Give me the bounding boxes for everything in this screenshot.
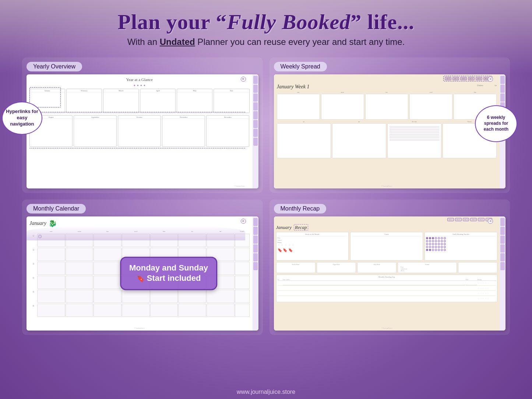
weekly-page: wk 2 wk 3 wk 4 wk 5 wk 6 Recap January W…: [274, 74, 506, 188]
wk-tab-3[interactable]: wk 3: [452, 77, 459, 80]
tracker-dot: [435, 249, 437, 251]
monthly-side-tab-2: [253, 227, 258, 235]
cal-goals-2: [235, 248, 250, 261]
day-label-sun: sun: [277, 91, 320, 94]
day-label-wed: wed: [409, 91, 452, 94]
weekly-side-tab-1: [500, 76, 505, 84]
recap-page: wk 1 wk 2 wk 3 wk 4 wk 5 wk 6 January Re…: [274, 216, 506, 331]
stat-label-pages: Pages Read: [318, 264, 355, 265]
tracker-dot: [441, 249, 443, 251]
cal-wk-3: ③: [29, 262, 37, 275]
cal-cell-5-6: [178, 290, 206, 303]
monthly-side-tab-3: [253, 236, 258, 244]
tracker-dot: [435, 243, 437, 245]
month-apr: April: [140, 89, 176, 113]
weekly-side-tab-2: [500, 85, 505, 93]
monthly-globe-icon: ⊕: [241, 219, 246, 224]
tracker-dot: [429, 246, 431, 248]
panel-yearly: Yearly Overview Year at a Glance ✦ ✦ ✦ ✦…: [22, 57, 263, 193]
stat-label-books: Books Read: [278, 264, 314, 265]
cal-cell-6-5: [150, 304, 178, 317]
weekly-content: wk 2 wk 3 wk 4 wk 5 wk 6 Recap January W…: [274, 74, 500, 188]
book-of-month-title: Book of the Month: [278, 233, 348, 236]
recap-bookmarks: 🔖 🔖 🔖: [278, 248, 348, 252]
log-cell-rating-4: ☆ ☆ ☆ ☆ ☆: [478, 297, 496, 301]
cal-cell-3-1: [37, 262, 65, 275]
tracker-dot: [429, 237, 431, 239]
log-cell-date-3: [466, 292, 477, 296]
weekly-dates-row: Dates: to: [477, 84, 497, 87]
yearly-tabs: [253, 74, 258, 188]
monthly-page: January 🐉 sun mon tue wed thu fri sat Go…: [27, 216, 258, 331]
wk-tab-2[interactable]: wk 2: [445, 77, 451, 80]
log-cell-no-1: /: [278, 282, 282, 285]
stat-label-days: Days Read: [359, 264, 395, 265]
weekly-header: January Week 1 Dates: to: [277, 84, 497, 90]
cal-cell-4-2: [66, 276, 94, 289]
cal-cell-1-7: [207, 234, 235, 247]
day-label-tue: tue: [365, 91, 408, 94]
day-col-mon: mon: [321, 91, 364, 120]
panel-label-recap: Monthly Recap: [274, 204, 327, 213]
cal-cell-6-1: [37, 304, 65, 317]
cal-goals-5: [235, 290, 250, 303]
dashed-line-2: [29, 148, 245, 148]
wk-tab-4[interactable]: wk 4: [460, 77, 467, 80]
day-label-sat: sat: [332, 121, 386, 123]
tracker-dot: [441, 246, 443, 248]
day-box-wed: [409, 94, 452, 120]
tracker-dot: [432, 237, 434, 239]
day-label-todo: To-dos: [387, 121, 441, 123]
log-row-4: / ☆ ☆ ☆ ☆ ☆: [278, 297, 496, 301]
wk-tab-5[interactable]: wk 5: [468, 77, 475, 80]
cal-cell-5-3: [94, 290, 121, 303]
tracker-dot: [441, 243, 443, 245]
dashed-line-1: [29, 112, 245, 112]
yearly-page: Year at a Glance ✦ ✦ ✦ ✦ January Februar…: [27, 74, 258, 188]
cal-day-num: 1: [38, 235, 42, 238]
stat-empty: [458, 262, 497, 273]
recap-star-rating: ☆ ☆ ☆ ☆ ☆: [278, 244, 348, 247]
log-cell-rating-1: ☆ ☆ ☆ ☆ ☆: [478, 282, 496, 285]
cal-cell-6-3: [94, 304, 121, 317]
main-grid: Yearly Overview Year at a Glance ✦ ✦ ✦ ✦…: [0, 51, 532, 342]
weekly-bottom-days: fri sat To-dos: [277, 121, 497, 158]
cal-cell-6-4: [122, 304, 150, 317]
cal-cell-1-5: [150, 234, 178, 247]
recap-rating-field: Rating:: [278, 241, 348, 243]
cal-cell-5-4: [122, 290, 150, 303]
recap-content: wk 1 wk 2 wk 3 wk 4 wk 5 wk 6 January Re…: [274, 216, 500, 331]
website-footer: www.journaljuice.store: [237, 389, 295, 395]
cal-week-1: ① 1: [29, 234, 250, 247]
tracker-dot: [426, 237, 428, 239]
cal-header-thu: thu: [150, 230, 178, 233]
stat-label-format: Format: [399, 264, 455, 265]
day-box-tue: [365, 94, 408, 120]
wk-tab-6[interactable]: wk 6: [476, 77, 482, 80]
cal-cell-5-1: [37, 290, 65, 303]
cal-goals-1: [235, 234, 250, 247]
recap-wk-4: wk 4: [470, 218, 477, 221]
panel-recap: Monthly Recap wk 1 wk 2 wk 3 wk 4 wk 5 w…: [269, 200, 510, 335]
cal-header-sun: sun: [37, 230, 65, 233]
tracker-dot: [438, 240, 440, 242]
monthly-side-tab-5: [253, 253, 258, 261]
recap-header: January Recap: [276, 224, 498, 230]
tracker-dot: [435, 237, 437, 239]
cal-wk-1: ①: [29, 234, 37, 247]
format-options: Print Audiobook eBook: [399, 266, 455, 272]
tracker-dot: [432, 246, 434, 248]
weekly-side-tab-3: [500, 93, 505, 102]
day-col-sun: sun: [277, 91, 320, 120]
log-row-2: / ☆ ☆ ☆ ☆ ☆: [278, 287, 496, 291]
yearly-tab-5: [253, 111, 258, 119]
tracker-dot: [438, 237, 440, 239]
weekly-globe-icon: ⊕: [488, 77, 493, 82]
cal-cell-5-2: [66, 290, 94, 303]
cal-header: sun mon tue wed thu fri sat Goals: [29, 230, 250, 233]
cal-cell-4-1: [37, 276, 65, 289]
monthly-header-row: January 🐉: [29, 219, 250, 227]
log-header-row: No. Title/Author Date Rating: [278, 279, 496, 281]
year-stars: ✦ ✦ ✦ ✦: [29, 84, 250, 87]
cal-header-sat: sat: [207, 230, 235, 233]
